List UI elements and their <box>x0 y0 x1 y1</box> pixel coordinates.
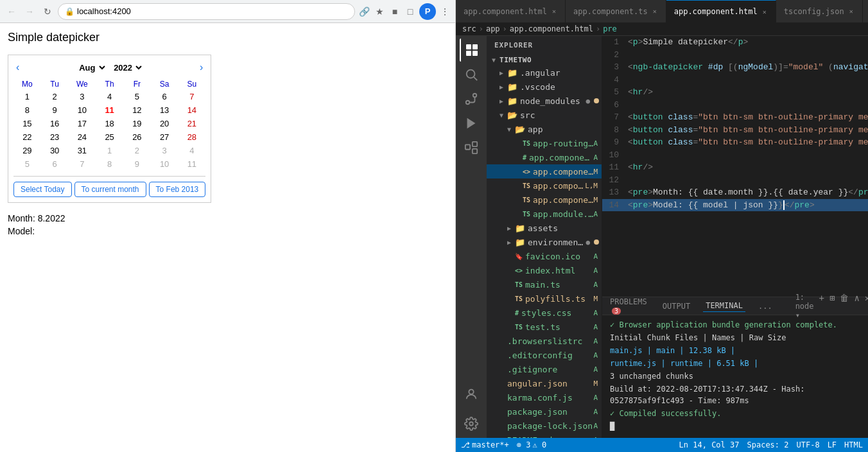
tab-app-html[interactable]: app.html ✕ <box>863 0 868 22</box>
error-count[interactable]: ⊗ 3 ⚠ 0 <box>517 440 546 449</box>
sidebar-item-app-module-ts[interactable]: TSapp.module.tsA <box>487 207 602 221</box>
dp-day-cell[interactable]: 11 <box>96 103 123 117</box>
dp-day-cell[interactable]: 10 <box>69 103 96 117</box>
dp-day-cell[interactable]: 26 <box>123 130 151 144</box>
sidebar-item-angular-json[interactable]: angular.jsonM <box>487 376 602 390</box>
dp-day-cell[interactable]: 3 <box>69 90 96 103</box>
dp-day-cell[interactable]: 2 <box>41 90 69 103</box>
sidebar-item-package-json[interactable]: package.jsonA <box>487 404 602 419</box>
sidebar-item-main-ts[interactable]: TSmain.tsA <box>487 277 602 291</box>
sidebar-item-app-component-spec-ts[interactable]: TSapp.component.spec.tsL,M <box>487 178 602 193</box>
sidebar-item--editorconfig[interactable]: .editorconfigA <box>487 348 602 362</box>
eol[interactable]: LF <box>828 440 837 449</box>
sidebar-item-favicon-ico[interactable]: 🔖favicon.icoA <box>487 249 602 263</box>
dp-feb2013-button[interactable]: To Feb 2013 <box>149 182 206 197</box>
terminal-tab-problems[interactable]: PROBLEMS 3 <box>607 296 650 317</box>
dp-day-cell[interactable]: 5 <box>123 90 151 103</box>
sidebar-item-app-routing-module-ts[interactable]: TSapp-routing.module.tsA <box>487 136 602 150</box>
sidebar-item--vscode[interactable]: ▶📁.vscode <box>487 80 602 94</box>
code-editor[interactable]: 1<p>Simple datepicker</p>23<ngb-datepick… <box>602 36 868 297</box>
sidebar-item--browserslistrc[interactable]: .browserslistrcA <box>487 334 602 348</box>
encoding[interactable]: UTF-8 <box>797 440 820 449</box>
dp-day-cell[interactable]: 10 <box>151 157 178 171</box>
activity-search[interactable] <box>460 63 483 86</box>
language[interactable]: HTML <box>844 440 863 449</box>
dp-day-cell[interactable]: 31 <box>69 144 96 157</box>
dp-year-select[interactable]: 2020202120222023 <box>110 62 144 73</box>
git-branch[interactable]: ⎇ master*+ <box>461 440 509 449</box>
dp-day-cell[interactable]: 1 <box>96 144 123 157</box>
dp-day-cell[interactable]: 3 <box>151 144 178 157</box>
bookmark-icon[interactable]: ★ <box>373 5 386 18</box>
terminal-tab-output[interactable]: OUTPUT <box>660 300 693 312</box>
dp-next-button[interactable]: › <box>197 60 205 74</box>
dp-day-cell[interactable]: 27 <box>151 130 178 144</box>
tab-app-component-html-active[interactable]: app.component.html ✕ <box>666 0 776 22</box>
dp-day-cell[interactable]: 23 <box>41 130 69 144</box>
dp-day-cell[interactable]: 20 <box>151 117 178 130</box>
dp-day-cell[interactable]: 9 <box>123 157 151 171</box>
terminal-tab-terminal[interactable]: TERMINAL <box>703 300 745 312</box>
dp-day-cell[interactable]: 13 <box>151 103 178 117</box>
sidebar-item-app-component-css[interactable]: #app.component.cssA <box>487 150 602 164</box>
dp-day-cell[interactable]: 1 <box>13 90 41 103</box>
dp-day-cell[interactable]: 5 <box>13 157 41 171</box>
activity-account[interactable] <box>460 383 483 406</box>
address-bar[interactable]: 🔒 localhost:4200 <box>58 3 355 20</box>
profile-button[interactable]: P <box>419 3 436 20</box>
dp-day-cell[interactable]: 9 <box>41 103 69 117</box>
activity-git[interactable] <box>460 87 483 110</box>
reload-button[interactable]: ↻ <box>40 4 55 19</box>
dp-month-select[interactable]: JanFebMarApr MayJunJulAug SepOctNovDec <box>75 62 107 73</box>
sidebar-item-app[interactable]: ▼📂app <box>487 122 602 136</box>
activity-run[interactable] <box>460 112 483 135</box>
cursor-position[interactable]: Ln 14, Col 37 <box>679 440 740 449</box>
sidebar-item-src[interactable]: ▼📂src <box>487 108 602 122</box>
dp-day-cell[interactable]: 29 <box>13 144 41 157</box>
dp-day-cell[interactable]: 8 <box>96 157 123 171</box>
dp-day-cell[interactable]: 21 <box>178 117 206 130</box>
sidebar-item-test-ts[interactable]: TStest.tsA <box>487 320 602 334</box>
sidebar-item-polyfills-ts[interactable]: TSpolyfills.tsM <box>487 291 602 306</box>
dp-day-cell[interactable]: 7 <box>69 157 96 171</box>
tab-app-component-ts[interactable]: app.component.ts ✕ <box>566 0 666 22</box>
dp-prev-button[interactable]: ‹ <box>13 60 22 74</box>
dp-day-cell[interactable]: 19 <box>123 117 151 130</box>
tab-close[interactable]: ✕ <box>551 7 557 15</box>
dp-day-cell[interactable]: 16 <box>41 117 69 130</box>
sidebar-item-karma-conf-js[interactable]: karma.conf.jsA <box>487 390 602 404</box>
dp-current-month-button[interactable]: To current month <box>74 182 146 197</box>
dp-day-cell[interactable]: 6 <box>41 157 69 171</box>
share-icon[interactable]: 🔗 <box>358 5 370 18</box>
dp-day-cell[interactable]: 17 <box>69 117 96 130</box>
sidebar-item-node_modules[interactable]: ▶📁node_modules● <box>487 94 602 108</box>
dp-day-cell[interactable]: 7 <box>178 90 206 103</box>
activity-explorer[interactable] <box>460 39 483 62</box>
sidebar-item-assets[interactable]: ▶📁assets <box>487 221 602 235</box>
dp-day-cell[interactable]: 18 <box>96 117 123 130</box>
dp-day-cell[interactable]: 14 <box>178 103 206 117</box>
activity-settings[interactable] <box>460 412 483 435</box>
dp-day-cell[interactable]: 25 <box>96 130 123 144</box>
dp-select-today-button[interactable]: Select Today <box>13 182 72 197</box>
sidebar-item--angular[interactable]: ▶📁.angular <box>487 65 602 80</box>
spaces[interactable]: Spaces: 2 <box>747 440 788 449</box>
dp-day-cell[interactable]: 22 <box>13 130 41 144</box>
sidebar-item-index-html[interactable]: <>index.htmlA <box>487 263 602 277</box>
sidebar-item-app-component-ts[interactable]: TSapp.component.tsM <box>487 193 602 207</box>
sidebar-item--gitignore[interactable]: .gitignoreA <box>487 362 602 376</box>
terminal-content[interactable]: ✓ Browser application bundle generation … <box>602 315 868 438</box>
dp-day-cell[interactable]: 28 <box>178 130 206 144</box>
sidebar-item-package-lock-json[interactable]: package-lock.jsonA <box>487 419 602 433</box>
tab-app-component-html-1[interactable]: app.component.html ✕ <box>456 0 566 22</box>
sidebar-item-app-component-html[interactable]: <>app.component.htmlM <box>487 164 602 178</box>
dp-day-cell[interactable]: 15 <box>13 117 41 130</box>
dp-day-cell[interactable]: 8 <box>13 103 41 117</box>
forward-button[interactable]: → <box>22 4 37 19</box>
menu-icon[interactable]: ⋮ <box>438 5 451 18</box>
back-button[interactable]: ← <box>4 4 19 19</box>
dp-day-cell[interactable]: 6 <box>151 90 178 103</box>
tab-close[interactable]: ✕ <box>761 8 768 16</box>
dp-day-cell[interactable]: 24 <box>69 130 96 144</box>
terminal-tab-more[interactable]: ... <box>756 300 775 312</box>
